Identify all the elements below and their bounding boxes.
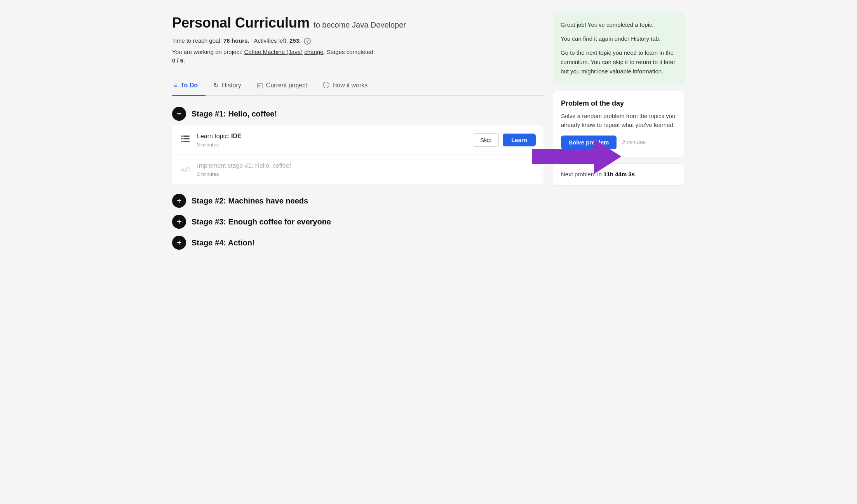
project-link[interactable]: Coffee Machine (Java): [244, 49, 303, 55]
tabs: ≡ To Do ↻ History ◱ Current project ⓘ Ho…: [172, 76, 543, 96]
tab-todo[interactable]: ≡ To Do: [172, 76, 206, 96]
stage-3-section: + Stage #3: Enough coffee for everyone: [172, 215, 543, 229]
stage-3-title: Stage #3: Enough coffee for everyone: [192, 216, 331, 228]
info-icon: ⓘ: [323, 82, 329, 89]
topic-implement-info: Implement stage #1: Hello, coffee! 3 min…: [197, 161, 536, 178]
stage-1-minus-icon: −: [177, 108, 181, 120]
main-content: Personal Curriculum to become Java Devel…: [172, 12, 543, 257]
stage-2-icon: +: [172, 194, 186, 208]
tab-history[interactable]: ↻ History: [206, 76, 249, 96]
stage-2-title: Stage #2: Machines have needs: [192, 195, 308, 207]
completed-para2: You can find it again under History tab.: [561, 34, 677, 43]
problem-of-day-title: Problem of the day: [561, 98, 677, 109]
tab-current-project[interactable]: ◱ Current project: [249, 76, 315, 96]
svg-rect-4: [183, 138, 190, 139]
stage-2-header[interactable]: + Stage #2: Machines have needs: [172, 194, 543, 208]
tab-todo-label: To Do: [181, 81, 198, 90]
stage-4-plus-icon: +: [177, 237, 181, 249]
tab-current-project-label: Current project: [266, 81, 307, 90]
stage-1-topics-card: Learn topic: IDE 3 minutes Skip Learn </…: [172, 125, 543, 184]
stage-4-title: Stage #4: Action!: [192, 237, 255, 249]
stage-2-plus-icon: +: [177, 195, 181, 207]
svg-text:</>: </>: [181, 166, 190, 172]
svg-rect-3: [183, 136, 190, 137]
stage-4-header[interactable]: + Stage #4: Action!: [172, 236, 543, 250]
next-problem-prefix: Next problem in: [561, 171, 603, 177]
stage-3-header[interactable]: + Stage #3: Enough coffee for everyone: [172, 215, 543, 229]
topic-ide-time: 3 minutes: [197, 141, 467, 149]
page-subtitle: to become Java Developer: [314, 19, 406, 31]
stage-3-icon: +: [172, 215, 186, 229]
solve-problem-button[interactable]: Solve problem: [561, 136, 617, 149]
next-problem-card: Next problem in 11h 44m 3s: [553, 163, 685, 186]
tab-how-it-works-label: How it works: [333, 81, 368, 90]
problem-of-day-card: Problem of the day Solve a random proble…: [553, 90, 685, 157]
stage-1-icon: −: [172, 107, 186, 121]
stage-1-title: Stage #1: Hello, coffee!: [192, 108, 277, 120]
code-icon: </>: [180, 164, 191, 176]
activities-value: 253.: [289, 37, 301, 44]
skip-button[interactable]: Skip: [473, 133, 499, 147]
todo-icon: ≡: [174, 82, 178, 89]
topic-ide-actions: Skip Learn: [473, 133, 536, 147]
activities-label: Activities left:: [254, 37, 288, 44]
change-link[interactable]: change: [304, 49, 323, 55]
stage-3-plus-icon: +: [177, 216, 181, 228]
topic-ide-name: Learn topic: IDE: [197, 132, 467, 141]
topic-implement-time: 3 minutes: [197, 170, 536, 178]
stages-value: 0 / 6: [172, 57, 183, 64]
stage-1-header[interactable]: − Stage #1: Hello, coffee!: [172, 107, 543, 121]
project-icon: ◱: [257, 82, 263, 89]
meta-project-row: You are working on project: Coffee Machi…: [172, 48, 543, 65]
page-header: Personal Curriculum to become Java Devel…: [172, 12, 543, 65]
svg-rect-0: [181, 136, 183, 137]
stage-2-section: + Stage #2: Machines have needs: [172, 194, 543, 208]
topic-ide: Learn topic: IDE 3 minutes Skip Learn: [172, 125, 543, 155]
solve-time: 2 minutes: [622, 138, 646, 146]
stages-label: Stages completed:: [327, 49, 375, 55]
time-value: 76 hours.: [223, 37, 249, 44]
time-label: Time to reach goal:: [172, 37, 222, 44]
next-problem-time: 11h 44m 3s: [603, 171, 635, 177]
stage-1-body: Learn topic: IDE 3 minutes Skip Learn </…: [172, 125, 543, 184]
stage-1-section: − Stage #1: Hello, coffee!: [172, 107, 543, 184]
stage-4-section: + Stage #4: Action!: [172, 236, 543, 250]
learn-button[interactable]: Learn: [503, 134, 536, 146]
sidebar: Great job! You've completed a topic. You…: [553, 12, 685, 257]
stage-4-icon: +: [172, 236, 186, 250]
topic-implement-name: Implement stage #1: Hello, coffee!: [197, 161, 536, 170]
tab-how-it-works[interactable]: ⓘ How it works: [315, 76, 376, 96]
meta-time-row: Time to reach goal: 76 hours. Activities…: [172, 36, 543, 45]
completed-para1: Great job! You've completed a topic.: [561, 20, 677, 30]
topic-ide-info: Learn topic: IDE 3 minutes: [197, 132, 467, 149]
help-icon[interactable]: ?: [304, 38, 311, 45]
topic-implement: </> Implement stage #1: Hello, coffee! 3…: [172, 155, 543, 184]
tab-history-label: History: [222, 81, 241, 90]
svg-rect-2: [181, 141, 183, 142]
completed-topic-card: Great job! You've completed a topic. You…: [553, 12, 685, 84]
working-on-label: You are working on project:: [172, 49, 242, 55]
problem-of-day-actions: Solve problem 2 minutes: [561, 136, 677, 149]
page-title: Personal Curriculum: [172, 12, 310, 33]
history-icon: ↻: [213, 82, 219, 89]
svg-rect-5: [183, 141, 190, 142]
list-icon: [180, 134, 191, 146]
problem-of-day-desc: Solve a random problem from the topics y…: [561, 112, 677, 129]
svg-rect-1: [181, 138, 183, 139]
completed-para3: Go to the next topic you need to learn i…: [561, 48, 677, 76]
